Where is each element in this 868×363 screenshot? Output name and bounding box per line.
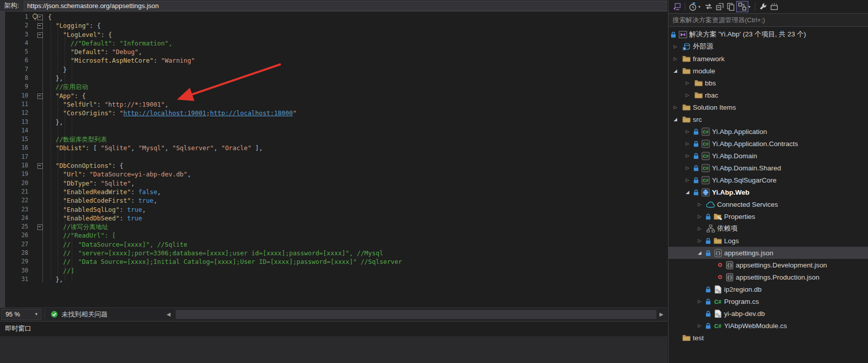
code-line: 4 //"Default": "Information", xyxy=(0,39,668,48)
sync-with-active-document-icon[interactable] xyxy=(736,1,748,12)
tree-item-connected-services[interactable]: ▷Connected Services xyxy=(669,198,868,210)
immediate-window-title[interactable]: 即时窗口 xyxy=(0,322,668,336)
tree-item-module[interactable]: ◢module xyxy=(669,65,868,77)
tree-item-label: Logs xyxy=(724,237,739,245)
expander-collapsed-icon[interactable]: ▷ xyxy=(686,177,693,183)
glyph-margin xyxy=(28,48,40,56)
glyph-margin xyxy=(28,153,40,161)
immediate-window-content[interactable] xyxy=(0,336,668,363)
tree-item-yi-abp-dev.db[interactable]: yi-abp-dev.db xyxy=(669,307,868,320)
tree-item-yi.abp.web[interactable]: ◢Yi.Abp.Web xyxy=(669,186,868,198)
expander-collapsed-icon[interactable]: ▷ xyxy=(686,165,693,170)
tree-item-ip2region.db[interactable]: ip2region.db xyxy=(669,283,868,295)
tree-item-yi.abp.application.contracts[interactable]: ▷C#Yi.Abp.Application.Contracts xyxy=(669,138,868,150)
code-token: "EnabledDbSeed" xyxy=(63,214,120,222)
expander-collapsed-icon[interactable]: ▷ xyxy=(686,93,693,98)
tree-item-solution-items[interactable]: ▷Solution Items xyxy=(669,101,868,113)
code-editor[interactable]: 1{2 "Logging": {3 "LogLevel": {4 //"Defa… xyxy=(0,12,668,307)
tree-item-yi.abp.sqlsugarcore[interactable]: ▷C#Yi.Abp.SqlSugarCore xyxy=(669,174,868,186)
schema-url-combobox[interactable]: https://json.schemastore.org/appsettings… xyxy=(24,1,667,11)
properties-wrench-icon[interactable] xyxy=(757,2,769,12)
tree-item-appsettings.json[interactable]: ◢{}appsettings.json xyxy=(669,247,868,259)
fold-margin xyxy=(40,188,48,196)
tree-item-framework[interactable]: ▷framework xyxy=(669,53,868,65)
line-number: 27 xyxy=(0,240,28,249)
tree-item-rbac[interactable]: ▷rbac xyxy=(669,89,868,101)
tree-item-properties[interactable]: ▷Properties xyxy=(669,210,868,222)
expander-collapsed-icon[interactable]: ▷ xyxy=(698,299,705,304)
csproj-icon: C# xyxy=(700,127,711,136)
code-line: 10 "App": { xyxy=(0,92,668,100)
zoom-level-combobox[interactable]: 95 % ▼ xyxy=(1,309,41,320)
tree-item-yi.abp.application[interactable]: ▷C#Yi.Abp.Application xyxy=(669,125,868,138)
expander-collapsed-icon[interactable]: ▷ xyxy=(674,44,681,49)
expander-collapsed-icon[interactable]: ▷ xyxy=(698,323,705,328)
fold-collapse-icon[interactable] xyxy=(37,94,43,99)
expander-collapsed-icon[interactable]: ▷ xyxy=(698,202,705,207)
tree-item-yi.abp.domain.shared[interactable]: ▷C#Yi.Abp.Domain.Shared xyxy=(669,162,868,174)
fold-collapse-icon[interactable] xyxy=(37,163,43,169)
code-token: "Microsoft.AspNetCore" xyxy=(71,57,154,64)
expander-collapsed-icon[interactable]: ▷ xyxy=(698,238,705,243)
lock-icon xyxy=(693,165,700,171)
folder-icon xyxy=(681,334,692,341)
fold-margin xyxy=(40,179,48,188)
fold-margin xyxy=(40,249,48,257)
tree-item-外部源[interactable]: ▷外部源 xyxy=(669,40,868,53)
expander-collapsed-icon[interactable]: ▷ xyxy=(686,80,693,85)
tree-item-bbs[interactable]: ▷bbs xyxy=(669,77,868,89)
tree-item-appsettings.production.json[interactable]: {}appsettings.Production.json xyxy=(669,271,868,283)
code-token: "App" xyxy=(56,92,74,100)
tree-item-yi.abp.domain[interactable]: ▷C#Yi.Abp.Domain xyxy=(669,150,868,162)
expander-collapsed-icon[interactable]: ▷ xyxy=(698,226,705,231)
preview-selected-items-icon[interactable] xyxy=(769,2,780,12)
glyph-margin xyxy=(28,65,40,74)
tree-item-解决方案-yi.abp-23-个项目-共-23-个-[interactable]: 解决方案 'Yi.Abp' (23 个项目, 共 23 个) xyxy=(669,28,868,40)
tree-item-src[interactable]: ◢src xyxy=(669,113,868,125)
horizontal-scrollbar-thumb[interactable] xyxy=(176,310,656,319)
scroll-left-icon[interactable]: ◀ xyxy=(167,308,171,321)
code-hyperlink[interactable]: http://localhost:18000 xyxy=(210,109,293,117)
collapse-all-icon[interactable] xyxy=(714,2,725,12)
pending-changes-filter-icon[interactable] xyxy=(687,2,698,12)
tree-item-test[interactable]: test xyxy=(669,332,868,344)
expander-open-icon[interactable]: ◢ xyxy=(674,117,681,122)
expander-collapsed-icon[interactable]: ▷ xyxy=(674,56,681,61)
chevron-down-icon[interactable]: ▾ xyxy=(698,5,703,9)
fold-margin xyxy=(40,222,48,231)
fold-margin xyxy=(40,100,48,109)
tree-item-label: src xyxy=(693,116,702,123)
expander-open-icon[interactable]: ◢ xyxy=(674,68,681,73)
fold-collapse-icon[interactable] xyxy=(37,15,43,20)
expander-open-icon[interactable]: ◢ xyxy=(698,250,705,255)
scroll-right-icon[interactable]: ▶ xyxy=(659,308,663,321)
switch-views-icon[interactable] xyxy=(672,2,683,12)
tree-item-logs[interactable]: ▷Logs xyxy=(669,235,868,247)
show-all-files-icon[interactable] xyxy=(725,2,736,12)
expander-open-icon[interactable]: ◢ xyxy=(686,190,693,195)
fold-collapse-icon[interactable] xyxy=(37,32,43,38)
fold-collapse-icon[interactable] xyxy=(37,224,43,230)
tree-item-依赖项[interactable]: ▷依赖项 xyxy=(669,222,868,235)
line-number: 1 xyxy=(0,13,28,21)
code-token: : xyxy=(120,214,127,222)
solution-explorer-search-input[interactable] xyxy=(669,13,868,27)
chevron-down-icon[interactable]: ▾ xyxy=(748,5,753,9)
expander-collapsed-icon[interactable]: ▷ xyxy=(674,105,681,110)
expander-collapsed-icon[interactable]: ▷ xyxy=(686,129,693,134)
glyph-margin xyxy=(28,144,40,152)
fold-collapse-icon[interactable] xyxy=(37,23,43,29)
code-token: "http://*:19001" xyxy=(105,101,165,108)
code-hyperlink[interactable]: http://localhost:19001 xyxy=(123,109,206,117)
tree-item-program.cs[interactable]: ▷C#Program.cs xyxy=(669,295,868,307)
expander-collapsed-icon[interactable]: ▷ xyxy=(698,214,705,219)
glyph-margin xyxy=(28,109,40,117)
line-number: 31 xyxy=(0,275,28,284)
tree-item-yiabpwebmodule.cs[interactable]: ▷C#YiAbpWebModule.cs xyxy=(669,320,868,332)
sync-icon[interactable] xyxy=(703,2,714,12)
code-token: // "DataSource=[xxxx]", //Sqlite xyxy=(48,241,187,248)
expander-collapsed-icon[interactable]: ▷ xyxy=(686,141,693,146)
tree-item-appsettings.development.json[interactable]: {}appsettings.Development.json xyxy=(669,259,868,271)
code-text: "Microsoft.AspNetCore": "Warning" xyxy=(48,56,195,65)
expander-collapsed-icon[interactable]: ▷ xyxy=(686,153,693,158)
